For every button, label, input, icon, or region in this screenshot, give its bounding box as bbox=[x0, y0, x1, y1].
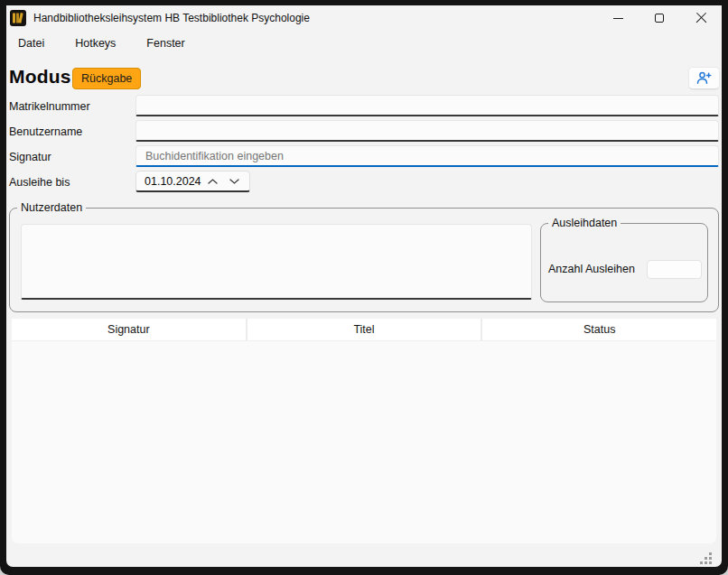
minimize-icon bbox=[613, 18, 623, 19]
matrikelnummer-input[interactable] bbox=[135, 95, 719, 116]
column-header-titel[interactable]: Titel bbox=[247, 319, 481, 340]
person-add-icon bbox=[696, 71, 712, 85]
ausleihe-bis-label: Ausleihe bis bbox=[9, 176, 70, 189]
minimize-button[interactable] bbox=[597, 5, 639, 31]
ausleihdaten-group-label: Ausleihdaten bbox=[548, 217, 621, 229]
maximize-icon bbox=[655, 14, 664, 23]
table-header-row: Signatur Titel Status bbox=[12, 319, 716, 340]
menu-item-fenster[interactable]: Fenster bbox=[145, 34, 186, 52]
spin-up-button[interactable] bbox=[201, 172, 223, 190]
menu-bar: Datei Hotkeys Fenster bbox=[6, 32, 187, 54]
mode-heading: Modus bbox=[9, 66, 71, 88]
window-title: Handbibliotheksleihsystem HB Testbibliot… bbox=[33, 12, 310, 24]
column-header-status[interactable]: Status bbox=[482, 319, 716, 340]
nutzerdaten-groupbox: Nutzerdaten Ausleihdaten Anzahl Ausleihe… bbox=[9, 208, 719, 312]
ausleihdaten-groupbox: Ausleihdaten Anzahl Ausleihen bbox=[540, 223, 708, 302]
menu-item-hotkeys[interactable]: Hotkeys bbox=[73, 34, 117, 52]
anzahl-ausleihen-input[interactable] bbox=[647, 260, 702, 279]
close-button[interactable] bbox=[680, 5, 722, 31]
library-books-icon bbox=[10, 10, 26, 26]
menu-item-datei[interactable]: Datei bbox=[16, 34, 46, 52]
signatur-input[interactable] bbox=[135, 145, 719, 167]
column-header-signatur[interactable]: Signatur bbox=[12, 319, 246, 340]
nutzerdaten-group-label: Nutzerdaten bbox=[17, 201, 86, 214]
mode-badge-rueckgabe[interactable]: Rückgabe bbox=[72, 68, 141, 89]
benutzername-label: Benutzername bbox=[9, 125, 82, 138]
anzahl-ausleihen-label: Anzahl Ausleihen bbox=[548, 263, 635, 275]
chevron-down-icon bbox=[229, 179, 239, 184]
benutzername-input[interactable] bbox=[135, 120, 719, 142]
app-window: Handbibliotheksleihsystem HB Testbibliot… bbox=[0, 0, 728, 575]
matrikelnummer-label: Matrikelnummer bbox=[9, 100, 90, 113]
close-icon bbox=[695, 13, 707, 24]
resize-grip[interactable] bbox=[700, 552, 703, 555]
maximize-button[interactable] bbox=[639, 5, 680, 31]
window-controls bbox=[597, 5, 722, 31]
nutzerdaten-textarea[interactable] bbox=[21, 224, 532, 300]
ausleihe-bis-date-spinner bbox=[135, 171, 250, 192]
add-user-button[interactable] bbox=[688, 67, 720, 89]
title-bar: Handbibliotheksleihsystem HB Testbibliot… bbox=[6, 5, 722, 31]
signatur-label: Signatur bbox=[9, 151, 51, 163]
items-table: Signatur Titel Status bbox=[12, 319, 716, 543]
spin-down-button[interactable] bbox=[223, 172, 245, 190]
table-body-empty bbox=[12, 340, 716, 543]
ausleihe-bis-input[interactable] bbox=[136, 175, 201, 188]
chevron-up-icon bbox=[208, 179, 218, 184]
